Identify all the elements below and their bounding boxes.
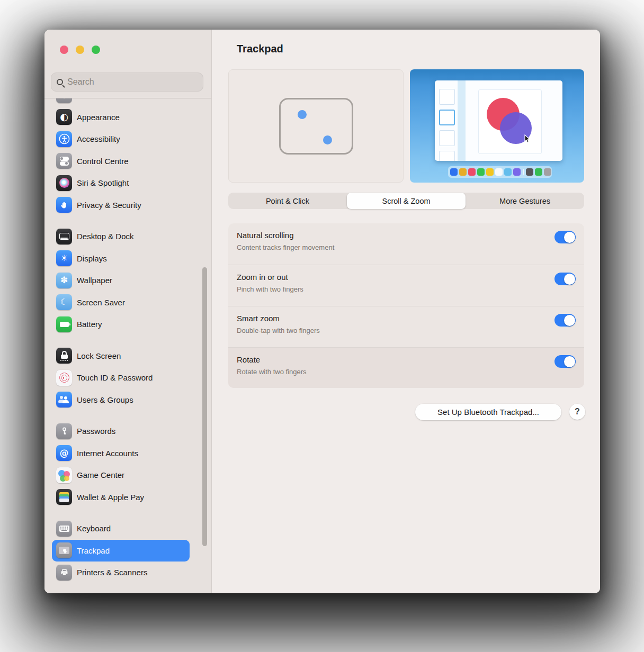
color-palette-bar: [448, 166, 552, 178]
sidebar-item-siri-spotlight[interactable]: Siri & Spotlight: [52, 172, 190, 194]
setting-row-smart-zoom: Smart zoom Double-tap with two fingers: [228, 306, 584, 347]
traffic-lights: [60, 46, 100, 54]
main-content: Trackpad: [212, 30, 600, 593]
accessibility-icon: [56, 131, 72, 147]
settings-list: Natural scrolling Content tracks finger …: [228, 223, 584, 388]
minimize-button[interactable]: [76, 46, 84, 54]
tab-more-gestures[interactable]: More Gestures: [466, 193, 584, 209]
moon-icon: ☾: [56, 294, 72, 310]
palette-swatch: [450, 168, 458, 176]
sidebar-item-game-center[interactable]: Game Center: [52, 464, 190, 486]
sidebar-item-accessibility[interactable]: Accessibility: [52, 128, 190, 150]
keyboard-icon: [56, 521, 72, 537]
sidebar-item-internet-accounts[interactable]: @ Internet Accounts: [52, 442, 190, 465]
video-app-window: [435, 80, 562, 161]
palette-swatch: [468, 168, 476, 176]
video-thumbnail: [439, 89, 455, 105]
system-settings-window: ⚙ General ◐ Appearance Accessibility: [44, 30, 600, 593]
video-thumbnail: [439, 130, 455, 146]
palette-swatch: [459, 168, 467, 176]
trackpad-gesture-preview: [228, 69, 404, 183]
zoom-button[interactable]: [92, 46, 100, 54]
game-center-icon: [56, 467, 72, 483]
zoom-in-or-out-toggle[interactable]: [554, 273, 576, 285]
setting-row-zoom-in-or-out: Zoom in or out Pinch with two fingers: [228, 265, 584, 306]
hand-icon: [56, 197, 72, 213]
users-icon: [56, 392, 72, 408]
video-thumbnail: [439, 151, 455, 161]
trackpad-outline: [279, 98, 353, 155]
cursor-icon: [523, 134, 531, 146]
sidebar-item-wallpaper[interactable]: ✽ Wallpaper: [52, 269, 190, 292]
key-icon: [56, 423, 72, 439]
palette-swatch: [544, 168, 552, 176]
sidebar-item-touch-id[interactable]: Touch ID & Password: [52, 367, 190, 389]
finger-dot-2: [323, 135, 332, 144]
palette-swatch: [486, 168, 494, 176]
sidebar-item-screen-saver[interactable]: ☾ Screen Saver: [52, 292, 190, 314]
natural-scrolling-toggle[interactable]: [554, 231, 576, 243]
sun-icon: ☀: [56, 250, 72, 266]
sidebar-item-general[interactable]: ⚙ General: [52, 98, 190, 106]
tab-scroll-and-zoom[interactable]: Scroll & Zoom: [347, 193, 466, 209]
sidebar: ⚙ General ◐ Appearance Accessibility: [44, 30, 212, 593]
video-thumbnail-selected: [439, 110, 455, 125]
set-up-bluetooth-trackpad-button[interactable]: Set Up Bluetooth Trackpad...: [415, 404, 561, 420]
lock-icon: [56, 348, 72, 364]
sidebar-item-displays[interactable]: ☀ Displays: [52, 248, 190, 270]
gesture-video-preview: [410, 69, 584, 183]
palette-swatch: [526, 168, 534, 176]
setting-row-rotate: Rotate Rotate with two fingers: [228, 347, 584, 388]
sidebar-item-control-centre[interactable]: Control Centre: [52, 150, 190, 173]
at-icon: @: [56, 445, 72, 461]
sidebar-item-appearance[interactable]: ◐ Appearance: [52, 106, 190, 129]
finger-dot-1: [298, 110, 307, 119]
palette-swatch: [513, 168, 521, 176]
sidebar-item-trackpad[interactable]: Trackpad: [52, 540, 190, 562]
sidebar-item-printers-scanners[interactable]: Printers & Scanners: [52, 562, 190, 584]
sidebar-item-wallet[interactable]: Wallet & Apple Pay: [52, 486, 190, 509]
search-input[interactable]: [67, 77, 198, 87]
palette-swatch: [495, 168, 503, 176]
palette-swatch: [535, 168, 543, 176]
siri-icon: [56, 175, 72, 191]
palette-swatch: [504, 168, 512, 176]
printer-icon: [56, 565, 72, 581]
battery-icon: [56, 316, 72, 332]
sidebar-item-desktop-dock[interactable]: Desktop & Dock: [52, 225, 190, 248]
rotate-toggle[interactable]: [554, 355, 576, 368]
setting-row-natural-scrolling: Natural scrolling Content tracks finger …: [228, 223, 584, 265]
close-button[interactable]: [60, 46, 68, 54]
gear-icon: ⚙: [56, 98, 72, 103]
control-centre-icon: [56, 153, 72, 169]
flower-icon: ✽: [56, 273, 72, 288]
desktop-dock-icon: [56, 229, 72, 245]
sidebar-item-battery[interactable]: Battery: [52, 313, 190, 336]
sidebar-item-privacy-security[interactable]: Privacy & Security: [52, 194, 190, 216]
smart-zoom-toggle[interactable]: [554, 314, 576, 327]
appearance-icon: ◐: [56, 109, 72, 125]
fingerprint-icon: [56, 370, 72, 386]
sidebar-item-keyboard[interactable]: Keyboard: [52, 518, 190, 540]
sidebar-item-lock-screen[interactable]: Lock Screen: [52, 345, 190, 367]
tab-point-and-click[interactable]: Point & Click: [228, 193, 347, 209]
palette-swatch: [477, 168, 485, 176]
sidebar-item-users-groups[interactable]: Users & Groups: [52, 389, 190, 411]
help-button[interactable]: ?: [569, 404, 585, 420]
video-sidebar-divider: [458, 80, 466, 161]
search-field[interactable]: [51, 73, 203, 92]
gesture-tabs: Point & Click Scroll & Zoom More Gesture…: [228, 193, 584, 209]
trackpad-icon: [56, 542, 72, 558]
wallet-icon: [56, 489, 72, 505]
sidebar-item-passwords[interactable]: Passwords: [52, 420, 190, 442]
search-icon: [57, 79, 63, 85]
video-canvas: [479, 90, 541, 153]
sidebar-list: ⚙ General ◐ Appearance Accessibility: [44, 98, 211, 593]
sidebar-scrollbar[interactable]: [202, 267, 207, 546]
page-title: Trackpad: [237, 43, 283, 55]
